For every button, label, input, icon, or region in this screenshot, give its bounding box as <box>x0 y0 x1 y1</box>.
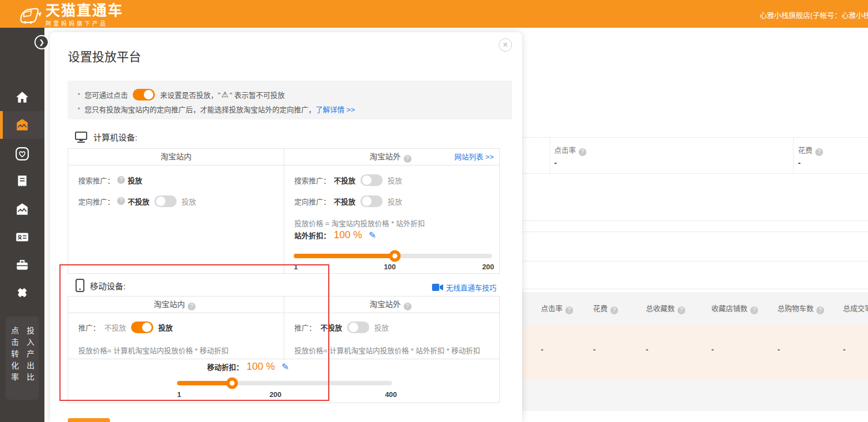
stat-card-cost-label: 花费? <box>798 144 826 156</box>
mobile-inside-cell: 推广： 不投放 投放 投放价格= 计算机淘宝站内投放价格 * 移动折扣 <box>68 313 284 360</box>
divider <box>522 173 868 174</box>
mobile-inside-header: 淘宝站内? <box>68 297 284 313</box>
briefcase-icon <box>15 258 29 272</box>
mobile-outside-row: 推广： 不投放 投放 <box>294 320 389 334</box>
sidebar-item-favorites[interactable] <box>0 140 44 168</box>
outside-price-formula: 投放价格 = 淘宝站内投放价格 * 站外折扣 <box>294 218 425 228</box>
edit-icon[interactable]: ✎ <box>369 230 376 240</box>
table-row[interactable] <box>522 325 868 379</box>
sidebar-item-campaign-active[interactable] <box>0 111 44 139</box>
tip-line-1: • 您可通过点击 来设置是否投放，" ⚠ " 表示暂不可投放 <box>78 87 502 102</box>
computer-inside-header: 淘宝站内 <box>68 149 284 165</box>
id-card-icon <box>15 230 29 244</box>
metric-roi-vertical: 投入产出比 <box>24 326 36 400</box>
mobile-platform-table: 淘宝站内? 淘宝站外? 推广： 不投放 投放 投放价格= 计算机淘宝站内投放价格… <box>68 296 500 403</box>
learn-more-link[interactable]: 了解详情 >> <box>315 104 355 114</box>
outside-discount-slider[interactable] <box>294 254 492 258</box>
tip-text: " 表示暂不可投放 <box>229 89 284 100</box>
apps-icon <box>15 285 29 300</box>
help-icon[interactable]: ? <box>579 148 586 156</box>
wireless-tips-link[interactable]: 无线直通车技巧 <box>432 282 496 293</box>
slider-handle[interactable] <box>389 250 401 262</box>
mobile-outside-header: 淘宝站外? <box>284 297 499 313</box>
slider-tick: 1 <box>177 390 181 399</box>
sidebar-item-apps[interactable] <box>0 279 44 307</box>
help-icon[interactable]: ? <box>565 307 573 314</box>
sidebar-item-report[interactable] <box>0 168 44 195</box>
help-icon[interactable]: ? <box>117 176 125 184</box>
mobile-discount-section: 移动折扣： 100 % ✎ 1 200 400 <box>68 359 499 403</box>
column-header: 总成交笔 <box>843 303 868 313</box>
sidebar-item-account-card[interactable] <box>0 223 44 251</box>
computer-outside-header: 淘宝站外? 网站列表 >> <box>284 149 499 165</box>
divider <box>550 137 550 173</box>
mobile-inside-formula: 投放价格= 计算机淘宝站内投放价格 * 移动折扣 <box>78 345 229 355</box>
help-icon[interactable]: ? <box>678 307 685 314</box>
outside-discount: 站外折扣： 100 % ✎ <box>294 229 376 241</box>
sidebar-item-creative[interactable] <box>0 195 44 223</box>
mobile-outside-toggle[interactable] <box>347 321 369 333</box>
mobile-section-title: 移动设备: <box>76 279 126 292</box>
set-platform-modal: ✕ 设置投放平台 • 您可通过点击 来设置是否投放，" ⚠ " 表示暂不可投放 … <box>50 32 522 422</box>
metric-ctr-vertical: 点击转化率 <box>9 326 20 400</box>
expand-sidebar-button[interactable]: ❯ <box>34 35 49 49</box>
divider <box>522 261 868 262</box>
page: 点击率? - 花费? - 点击率? 花费? 总收藏数? 收藏店铺数? 总购物车数… <box>0 0 868 422</box>
computer-section-title: 计算机设备: <box>74 130 137 143</box>
tip-text: 来设置是否投放，" <box>160 89 220 100</box>
help-icon[interactable]: ? <box>815 148 823 156</box>
divider <box>793 137 794 173</box>
help-icon[interactable]: ? <box>404 155 412 163</box>
train-logo-icon <box>17 5 42 26</box>
picture-icon <box>15 202 29 217</box>
slider-tick: 400 <box>380 390 402 399</box>
mobile-inside-toggle[interactable] <box>131 321 153 333</box>
divider <box>522 137 868 138</box>
sidebar-item-home[interactable] <box>0 83 44 111</box>
help-icon[interactable]: ? <box>750 307 758 314</box>
site-list-link[interactable]: 网站列表 >> <box>454 149 494 165</box>
sidebar-item-toolbox[interactable] <box>0 251 44 279</box>
table-row <box>522 379 868 411</box>
close-icon[interactable]: ✕ <box>499 38 512 52</box>
computer-platform-table: 淘宝站内 淘宝站外? 网站列表 >> 搜索推广： ? 投放 定向推广： ? <box>68 148 500 274</box>
column-header: 收藏店铺数? <box>711 303 761 314</box>
tip-text: 您只有投放淘宝站内的定向推广后，才能选择投放淘宝站外的定向推广， <box>84 104 315 114</box>
heart-icon <box>15 147 29 161</box>
logo[interactable]: 天猫直通车 阿里妈妈旗下产品 <box>17 3 123 27</box>
background-report-page: 点击率? - 花费? - 点击率? 花费? 总收藏数? 收藏店铺数? 总购物车数… <box>522 28 868 422</box>
stat-card-ctr-value: - <box>554 158 557 167</box>
phone-icon <box>76 279 84 292</box>
slider-tick: 200 <box>264 390 287 399</box>
help-icon[interactable]: ? <box>117 197 125 205</box>
sidebar: ❯ <box>0 28 44 422</box>
tip-text: 您可通过点击 <box>84 89 128 100</box>
column-header: 点击率? <box>541 303 576 314</box>
video-icon <box>432 284 443 291</box>
mobile-inside-row: 推广： 不投放 投放 <box>78 320 173 334</box>
edit-icon[interactable]: ✎ <box>282 361 289 372</box>
account-name[interactable]: 心雅小栈旗舰店(子帐号：心雅小栈 <box>760 9 868 20</box>
column-header: 总购物车数? <box>777 303 827 314</box>
mobile-discount-slider[interactable] <box>177 381 392 385</box>
computer-outside-search-toggle[interactable] <box>360 174 383 186</box>
computer-inside-search-row: 搜索推广： ? 投放 <box>78 173 142 187</box>
help-icon[interactable]: ? <box>816 307 824 314</box>
metrics-float-panel[interactable]: 点击转化率 投入产出比 <box>6 316 39 400</box>
bullet: • <box>78 91 80 98</box>
help-icon[interactable]: ? <box>188 303 195 310</box>
help-icon[interactable]: ? <box>610 307 618 314</box>
cell-value: - <box>843 345 845 354</box>
computer-outside-target-toggle[interactable] <box>360 195 383 207</box>
help-icon[interactable]: ? <box>404 303 412 310</box>
column-header: 花费? <box>593 303 621 314</box>
mobile-outside-formula: 投放价格= 计算机淘宝站内投放价格 * 站外折扣 * 移动折扣 <box>294 345 480 355</box>
campaign-icon <box>15 118 29 132</box>
slider-tick: 100 <box>379 263 401 271</box>
computer-inside-target-toggle[interactable] <box>154 195 177 207</box>
modal-title: 设置投放平台 <box>68 47 141 64</box>
slider-handle[interactable] <box>227 378 238 389</box>
save-button[interactable] <box>68 418 110 422</box>
computer-outside-target-row: 定向推广： 不投放 投放 <box>294 194 402 208</box>
example-toggle <box>133 89 155 101</box>
